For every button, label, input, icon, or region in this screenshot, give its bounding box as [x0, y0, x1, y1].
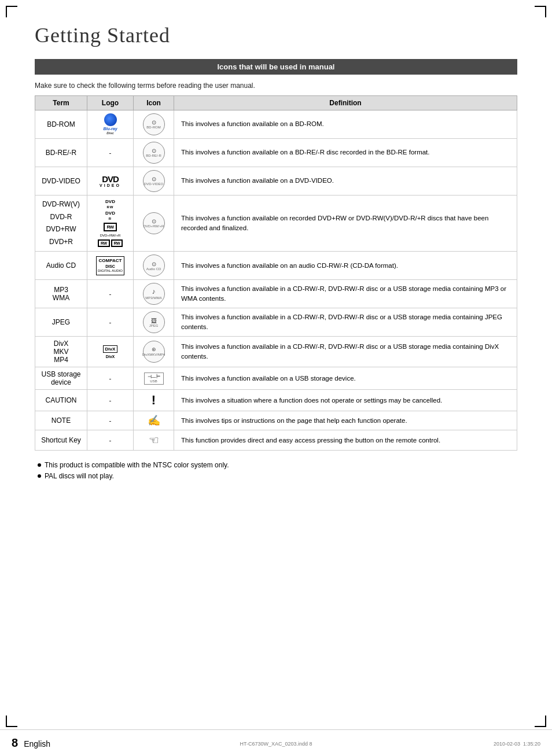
logo-usb: -: [87, 367, 134, 390]
corner-mark-bl: [6, 716, 17, 727]
note-icon: ✍: [148, 415, 160, 426]
col-term: Term: [35, 96, 87, 110]
table-row: Audio CD COMPACT DISC DIGITAL AUDIO ⊙ Au…: [35, 252, 517, 280]
term-audio-cd: Audio CD: [35, 252, 87, 280]
page-footer: 8 English HT-C6730W_XAC_0203.indd 8 2010…: [0, 729, 552, 756]
def-audio-cd: This involves a function available on an…: [174, 252, 517, 280]
logo-caution: -: [87, 390, 134, 411]
def-usb: This involves a function available on a …: [174, 367, 517, 390]
def-dvd-video: This involves a function available on a …: [174, 167, 517, 196]
def-divx: This involves a function available in a …: [174, 337, 517, 367]
def-bd-re: This involves a function available on a …: [174, 139, 517, 167]
footer-left: 8 English: [12, 736, 50, 750]
term-divx: DivXMKVMP4: [35, 337, 87, 367]
term-bd-re: BD-RE/-R: [35, 139, 87, 167]
icon-dvd-video: ⊙ DVD-VIDEO: [134, 167, 174, 196]
bullet-item: PAL discs will not play.: [38, 472, 517, 480]
term-dvd-rw-group: DVD-RW(V)DVD-RDVD+RWDVD+R: [35, 196, 87, 252]
footer-language: English: [24, 739, 50, 748]
term-shortcut: Shortcut Key: [35, 430, 87, 451]
def-note: This involves tips or instructions on th…: [174, 411, 517, 430]
section-header: Icons that will be used in manual: [35, 59, 517, 75]
def-shortcut: This function provides direct and easy a…: [174, 430, 517, 451]
bullet-item: This product is compatible with the NTSC…: [38, 461, 517, 469]
logo-audio-cd: COMPACT DISC DIGITAL AUDIO: [87, 252, 134, 280]
col-logo: Logo: [87, 96, 134, 110]
table-row: NOTE - ✍ This involves tips or instructi…: [35, 411, 517, 430]
footer-filename: HT-C6730W_XAC_0203.indd 8: [240, 741, 312, 747]
table-row: USB storagedevice - ⊣—⊢ USB This involve…: [35, 367, 517, 390]
icon-jpeg: 🖼 JPEG: [134, 308, 174, 337]
icon-audio-cd: ⊙ Audio CD: [134, 252, 174, 280]
bullet-dot: [38, 463, 41, 467]
bullets-section: This product is compatible with the NTSC…: [35, 461, 517, 480]
def-jpeg: This involves a function available in a …: [174, 308, 517, 337]
footer-right: 2010-02-03 1:35:20: [494, 739, 540, 747]
bullet-text-2: PAL discs will not play.: [45, 472, 114, 480]
logo-note: -: [87, 411, 134, 430]
table-row: DivXMKVMP4 DivX DivX ⊛ DivXMKV/MP4 This …: [35, 337, 517, 367]
corner-mark-tr: [535, 6, 546, 17]
page-title: Getting Started: [35, 23, 517, 47]
table-row: BD-ROM Blu-ray Disc ⊙ BD-ROM: [35, 110, 517, 139]
col-definition: Definition: [174, 96, 517, 110]
term-caution: CAUTION: [35, 390, 87, 411]
term-usb: USB storagedevice: [35, 367, 87, 390]
table-row: DVD-VIDEO DVD VIDEO ⊙ DVD-VIDEO This inv…: [35, 167, 517, 196]
table-row: BD-RE/-R - ⊙ BD-RE/-R This involves a fu…: [35, 139, 517, 167]
logo-shortcut: -: [87, 430, 134, 451]
logo-bd-re: -: [87, 139, 134, 167]
icon-bd-rom: ⊙ BD-ROM: [134, 110, 174, 139]
icon-dvd-rw-group: ⊙ DVD+RW/+R: [134, 196, 174, 252]
logo-jpeg: -: [87, 308, 134, 337]
footer-date: 2010-02-03 1:35:20: [494, 741, 540, 747]
corner-mark-tl: [6, 6, 17, 17]
term-jpeg: JPEG: [35, 308, 87, 337]
caution-icon: !: [152, 393, 156, 407]
icon-divx: ⊛ DivXMKV/MP4: [134, 337, 174, 367]
footer-center: HT-C6730W_XAC_0203.indd 8: [240, 739, 312, 747]
icons-table: Term Logo Icon Definition BD-ROM Blu-ray…: [35, 95, 517, 451]
bullet-text-1: This product is compatible with the NTSC…: [45, 461, 229, 469]
logo-dvd-rw-group: DVD RW DVD R RW DVD+RW/+R RW RW: [87, 196, 134, 252]
icon-shortcut: ☜: [134, 430, 174, 451]
logo-divx: DivX DivX: [87, 337, 134, 367]
def-caution: This involves a situation where a functi…: [174, 390, 517, 411]
corner-mark-br: [535, 716, 546, 727]
page-number: 8: [12, 736, 18, 750]
logo-bd-rom: Blu-ray Disc: [87, 110, 134, 139]
table-row: MP3WMA - ♪ MP3/WMA This involves a funct…: [35, 280, 517, 308]
bullet-dot: [38, 474, 41, 478]
table-row: DVD-RW(V)DVD-RDVD+RWDVD+R DVD RW DVD R R…: [35, 196, 517, 252]
intro-text: Make sure to check the following terms b…: [35, 82, 517, 90]
table-row: Shortcut Key - ☜ This function provides …: [35, 430, 517, 451]
icon-mp3-wma: ♪ MP3/WMA: [134, 280, 174, 308]
def-dvd-rw-group: This involves a function available on re…: [174, 196, 517, 252]
shortcut-icon: ☜: [149, 434, 159, 447]
table-row: CAUTION - ! This involves a situation wh…: [35, 390, 517, 411]
def-bd-rom: This involves a function available on a …: [174, 110, 517, 139]
table-row: JPEG - 🖼 JPEG This involves a function a…: [35, 308, 517, 337]
col-icon: Icon: [134, 96, 174, 110]
icon-caution: !: [134, 390, 174, 411]
def-mp3-wma: This involves a function available in a …: [174, 280, 517, 308]
icon-note: ✍: [134, 411, 174, 430]
term-mp3-wma: MP3WMA: [35, 280, 87, 308]
icon-bd-re: ⊙ BD-RE/-R: [134, 139, 174, 167]
icon-usb: ⊣—⊢ USB: [134, 367, 174, 390]
page-container: Getting Started Icons that will be used …: [0, 0, 552, 756]
term-dvd-video: DVD-VIDEO: [35, 167, 87, 196]
term-note: NOTE: [35, 411, 87, 430]
term-bd-rom: BD-ROM: [35, 110, 87, 139]
logo-dvd-video: DVD VIDEO: [87, 167, 134, 196]
logo-mp3-wma: -: [87, 280, 134, 308]
